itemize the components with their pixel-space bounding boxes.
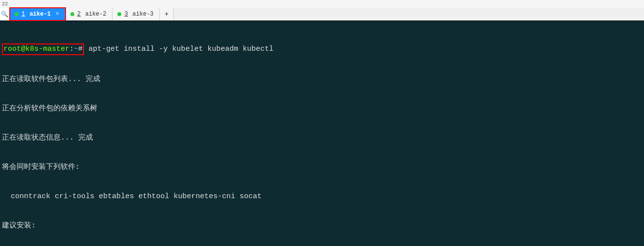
search-icon: 🔍 (1, 11, 8, 18)
tab-aike-3[interactable]: 3 aike-3 (112, 8, 160, 20)
tab-label: aike-3 (133, 11, 154, 18)
tab-aike-1[interactable]: 1 aike-1 (10, 8, 66, 20)
command-text: apt-get install -y kubelet kubeadm kubec… (89, 45, 273, 53)
tab-label: aike-2 (85, 11, 106, 18)
output-line: 建议安装: (0, 221, 644, 231)
add-tab-button[interactable]: + (160, 8, 174, 20)
tab-label: aike-1 (29, 11, 50, 18)
editor-top-bar: 22 (0, 0, 644, 8)
output-line: 正在读取状态信息... 完成 (0, 133, 644, 143)
output-line: 正在分析软件包的依赖关系树 (0, 104, 644, 114)
tab-number: 1 (22, 11, 25, 18)
prompt-hash: # (78, 45, 83, 53)
prompt-highlight-box: root@k8s-master:~# (2, 43, 84, 55)
tab-row: 🔍 1 aike-1 2 aike-2 3 aike-3 + (0, 8, 644, 20)
plus-icon: + (164, 10, 168, 18)
status-dot-icon (70, 12, 74, 16)
output-line: 将会同时安装下列软件: (0, 163, 644, 172)
tab-aike-2[interactable]: 2 aike-2 (66, 8, 113, 20)
terminal-output[interactable]: root@k8s-master:~# apt-get install -y ku… (0, 20, 644, 246)
tab-number: 3 (124, 11, 128, 18)
prompt-colon: : (69, 45, 74, 53)
tab-close-icon[interactable] (56, 11, 59, 18)
prompt-user-host: root@k8s-master (3, 45, 69, 53)
top-left-label: 22 (2, 1, 8, 7)
prompt-path: ~ (74, 45, 78, 53)
output-line: 正在读取软件包列表... 完成 (0, 75, 644, 84)
status-dot-icon (15, 12, 19, 16)
output-line: conntrack cri-tools ebtables ethtool kub… (0, 192, 644, 202)
tab-strip: 1 aike-1 2 aike-2 3 aike-3 + (10, 8, 644, 20)
tab-number: 2 (77, 11, 81, 18)
prompt-line: root@k8s-master:~# apt-get install -y ku… (0, 43, 644, 55)
tab-search-button[interactable]: 🔍 (0, 8, 10, 20)
status-dot-icon (117, 12, 121, 16)
